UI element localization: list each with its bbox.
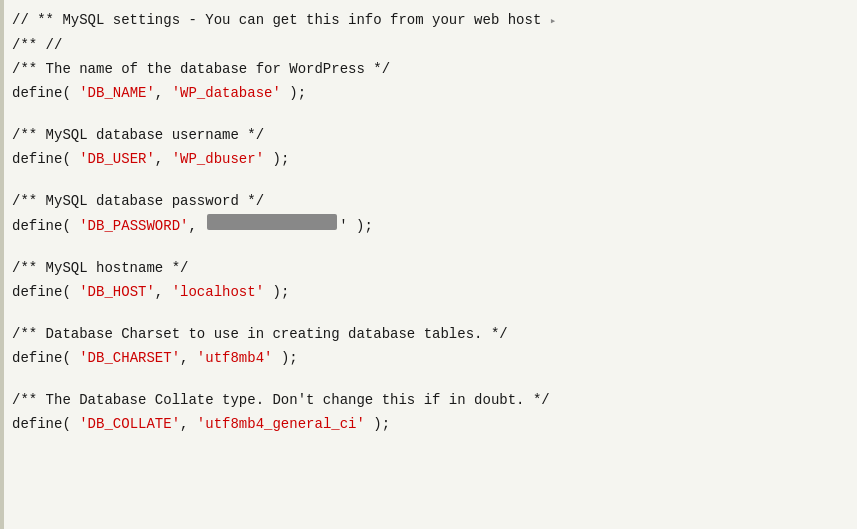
code-text: define(	[12, 82, 79, 104]
string-token: 'localhost'	[172, 281, 264, 303]
code-text: ,	[155, 281, 172, 303]
code-line: define( 'DB_HOST', 'localhost' );	[0, 280, 857, 304]
comment-text: /** The Database Collate type. Don't cha…	[12, 389, 550, 411]
code-text: define(	[12, 347, 79, 369]
code-line: define( 'DB_USER', 'WP_dbuser' );	[0, 147, 857, 171]
code-line-empty	[0, 171, 857, 189]
code-text: define(	[12, 148, 79, 170]
code-text: );	[365, 413, 390, 435]
redacted-password	[207, 214, 337, 230]
code-line: define( 'DB_CHARSET', 'utf8mb4' );	[0, 346, 857, 370]
code-line: /** //	[0, 33, 857, 57]
string-token: 'DB_COLLATE'	[79, 413, 180, 435]
code-line: /** MySQL hostname */	[0, 256, 857, 280]
code-line: /** MySQL database username */	[0, 123, 857, 147]
code-text: ,	[155, 82, 172, 104]
code-line: define( 'DB_NAME', 'WP_database' );	[0, 81, 857, 105]
code-line: // ** MySQL settings - You can get this …	[0, 8, 857, 33]
scroll-right-icon: ▸	[550, 10, 557, 32]
code-text: );	[272, 347, 297, 369]
code-text: ,	[180, 413, 197, 435]
code-text: );	[281, 82, 306, 104]
comment-text: /** //	[12, 34, 62, 56]
code-text: ,	[188, 215, 205, 237]
code-text: );	[264, 148, 289, 170]
code-text: );	[264, 281, 289, 303]
code-text: ' );	[339, 215, 373, 237]
code-line-empty	[0, 238, 857, 256]
code-editor: // ** MySQL settings - You can get this …	[0, 0, 857, 529]
comment-text: /** MySQL database username */	[12, 124, 264, 146]
string-token: 'DB_USER'	[79, 148, 155, 170]
code-line: /** Database Charset to use in creating …	[0, 322, 857, 346]
string-token: 'WP_dbuser'	[172, 148, 264, 170]
code-text: define(	[12, 215, 79, 237]
code-line-empty	[0, 105, 857, 123]
code-line: /** The name of the database for WordPre…	[0, 57, 857, 81]
code-line: /** The Database Collate type. Don't cha…	[0, 388, 857, 412]
left-bar	[0, 0, 4, 529]
comment-text: /** MySQL database password */	[12, 190, 264, 212]
string-token: 'DB_CHARSET'	[79, 347, 180, 369]
string-token: 'utf8mb4'	[197, 347, 273, 369]
comment-text: // ** MySQL settings - You can get this …	[12, 9, 550, 31]
code-line-empty	[0, 370, 857, 388]
string-token: 'WP_database'	[172, 82, 281, 104]
string-token: 'DB_PASSWORD'	[79, 215, 188, 237]
comment-text: /** Database Charset to use in creating …	[12, 323, 508, 345]
string-token: 'DB_NAME'	[79, 82, 155, 104]
comment-text: /** MySQL hostname */	[12, 257, 188, 279]
comment-text: /** The name of the database for WordPre…	[12, 58, 390, 80]
code-text: define(	[12, 281, 79, 303]
code-line: /** MySQL database password */	[0, 189, 857, 213]
code-line: define( 'DB_PASSWORD', ' );	[0, 213, 857, 238]
code-line: define( 'DB_COLLATE', 'utf8mb4_general_c…	[0, 412, 857, 436]
code-line-empty	[0, 304, 857, 322]
string-token: 'DB_HOST'	[79, 281, 155, 303]
code-text: ,	[180, 347, 197, 369]
string-token: 'utf8mb4_general_ci'	[197, 413, 365, 435]
code-text: define(	[12, 413, 79, 435]
code-text: ,	[155, 148, 172, 170]
